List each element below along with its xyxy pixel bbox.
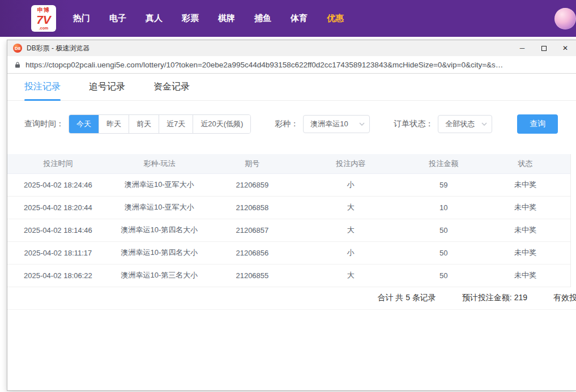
maximize-button[interactable] bbox=[533, 40, 554, 56]
table-row: 2025-04-02 18:20:44澳洲幸运10-亚军大小21206858大1… bbox=[7, 196, 570, 219]
nav-item-promo[interactable]: 优惠 bbox=[327, 13, 344, 24]
column-header-1: 彩种-玩法 bbox=[109, 154, 210, 173]
cell-4: 59 bbox=[407, 173, 480, 196]
lottery-select-value: 澳洲幸运10 bbox=[310, 119, 348, 129]
cell-1: 澳洲幸运10-亚军大小 bbox=[109, 196, 210, 219]
nav-item-sports[interactable]: 体育 bbox=[291, 13, 308, 24]
close-button[interactable]: ✕ bbox=[554, 40, 576, 56]
table-row: 2025-04-02 18:24:46澳洲幸运10-亚军大小21206859小5… bbox=[7, 173, 570, 196]
nav-item-live[interactable]: 真人 bbox=[146, 13, 163, 24]
maximize-icon bbox=[541, 46, 547, 51]
tabs: 投注记录追号记录资金记录 bbox=[7, 74, 576, 101]
time-filter-label: 查询时间： bbox=[24, 119, 64, 129]
cell-5: 未中奖 bbox=[480, 173, 570, 196]
cell-2: 21206857 bbox=[210, 219, 295, 241]
lottery-select[interactable]: 澳洲幸运10 bbox=[303, 115, 370, 133]
time-option-0[interactable]: 今天 bbox=[69, 115, 99, 133]
column-header-0: 投注时间 bbox=[7, 154, 109, 173]
cell-0: 2025-04-02 18:11:17 bbox=[7, 241, 109, 264]
filter-bar: 查询时间： 今天昨天前天近7天近20天(低频) 彩种： 澳洲幸运10 订单状态：… bbox=[7, 101, 576, 154]
cell-1: 澳洲幸运10-亚军大小 bbox=[109, 173, 210, 196]
table-body: 2025-04-02 18:24:46澳洲幸运10-亚军大小21206859小5… bbox=[7, 173, 570, 287]
cell-5: 未中奖 bbox=[480, 196, 570, 219]
cell-2: 21206856 bbox=[210, 241, 295, 264]
browser-window: D8 DB彩票 - 极速浏览器 ─ ✕ https://ctopcp02pcal… bbox=[7, 40, 576, 391]
cell-4: 50 bbox=[407, 219, 480, 241]
nav-item-chess[interactable]: 棋牌 bbox=[218, 13, 235, 24]
window-titlebar[interactable]: D8 DB彩票 - 极速浏览器 ─ ✕ bbox=[7, 40, 576, 56]
cell-3: 大 bbox=[295, 196, 407, 219]
lock-icon bbox=[14, 61, 21, 69]
cell-2: 21206859 bbox=[210, 173, 295, 196]
url-text: https://ctopcp02pcali.uengi5e.com/lotter… bbox=[25, 61, 503, 69]
search-button[interactable]: 查询 bbox=[517, 114, 558, 134]
window-title: DB彩票 - 极速浏览器 bbox=[27, 44, 89, 53]
top-navigation: 申博 7V .com 热门电子真人彩票棋牌捕鱼体育优惠 bbox=[0, 0, 576, 37]
site-logo-text-cn: 申博 bbox=[37, 7, 50, 13]
cell-3: 小 bbox=[295, 173, 407, 196]
bet-records-table: 投注时间彩种-玩法期号投注内容投注金额状态 2025-04-02 18:24:4… bbox=[7, 154, 571, 287]
cell-0: 2025-04-02 18:14:46 bbox=[7, 219, 109, 241]
site-logo[interactable]: 申博 7V .com bbox=[31, 5, 56, 32]
nav-items: 热门电子真人彩票棋牌捕鱼体育优惠 bbox=[73, 13, 344, 24]
window-controls: ─ ✕ bbox=[511, 40, 576, 56]
summary-expected-amount: 预计投注金额: 219 bbox=[462, 293, 527, 303]
cell-3: 大 bbox=[295, 264, 407, 287]
order-status-select[interactable]: 全部状态 bbox=[438, 115, 492, 133]
cell-2: 21206855 bbox=[210, 264, 295, 287]
time-filter-group: 今天昨天前天近7天近20天(低频) bbox=[69, 114, 251, 134]
table-row: 2025-04-02 18:14:46澳洲幸运10-第四名大小21206857大… bbox=[7, 219, 570, 241]
cell-5: 未中奖 bbox=[480, 264, 570, 287]
cell-1: 澳洲幸运10-第四名大小 bbox=[109, 219, 210, 241]
address-bar[interactable]: https://ctopcp02pcali.uengi5e.com/lotter… bbox=[7, 56, 576, 74]
nav-item-fishing[interactable]: 捕鱼 bbox=[254, 13, 271, 24]
cell-0: 2025-04-02 18:20:44 bbox=[7, 196, 109, 219]
tab-chase-records[interactable]: 追号记录 bbox=[89, 74, 125, 100]
site-logo-text-com: .com bbox=[39, 26, 48, 30]
table-row: 2025-04-02 18:11:17澳洲幸运10-第四名大小21206856小… bbox=[7, 241, 570, 264]
nav-item-hot[interactable]: 热门 bbox=[73, 13, 90, 24]
cell-0: 2025-04-02 18:24:46 bbox=[7, 173, 109, 196]
time-option-4[interactable]: 近20天(低频) bbox=[193, 115, 250, 133]
chevron-down-icon bbox=[359, 122, 365, 126]
column-header-5: 状态 bbox=[480, 154, 570, 173]
lottery-filter-label: 彩种： bbox=[275, 119, 298, 129]
minimize-button[interactable]: ─ bbox=[511, 40, 533, 56]
time-option-3[interactable]: 近7天 bbox=[159, 115, 193, 133]
time-option-2[interactable]: 前天 bbox=[129, 115, 159, 133]
column-header-4: 投注金额 bbox=[407, 154, 480, 173]
page-content: 投注记录追号记录资金记录 查询时间： 今天昨天前天近7天近20天(低频) 彩种：… bbox=[7, 74, 576, 390]
order-status-select-value: 全部状态 bbox=[445, 119, 475, 129]
cell-2: 21206858 bbox=[210, 196, 295, 219]
cell-3: 大 bbox=[295, 219, 407, 241]
table-header-row: 投注时间彩种-玩法期号投注内容投注金额状态 bbox=[7, 154, 570, 173]
table-summary: 合计 共 5 条记录 预计投注金额: 219 有效投注 bbox=[7, 287, 576, 310]
tab-fund-records[interactable]: 资金记录 bbox=[153, 74, 190, 100]
site-logo-text-7v: 7V bbox=[36, 14, 51, 25]
cell-1: 澳洲幸运10-第四名大小 bbox=[109, 241, 210, 264]
cell-0: 2025-04-02 18:06:22 bbox=[7, 264, 109, 287]
cell-4: 50 bbox=[407, 264, 480, 287]
status-filter-label: 订单状态： bbox=[394, 119, 433, 129]
table-row: 2025-04-02 18:06:22澳洲幸运10-第三名大小21206855大… bbox=[7, 264, 570, 287]
browser-favicon-icon: D8 bbox=[13, 44, 22, 53]
time-option-1[interactable]: 昨天 bbox=[99, 115, 129, 133]
column-header-2: 期号 bbox=[210, 154, 295, 173]
column-header-3: 投注内容 bbox=[295, 154, 407, 173]
cell-4: 50 bbox=[407, 241, 480, 264]
cell-4: 10 bbox=[407, 196, 480, 219]
chevron-down-icon bbox=[481, 122, 487, 126]
summary-total: 合计 共 5 条记录 bbox=[377, 293, 436, 303]
nav-item-lottery[interactable]: 彩票 bbox=[182, 13, 199, 24]
summary-valid-amount: 有效投注 bbox=[553, 293, 576, 303]
cell-5: 未中奖 bbox=[480, 241, 570, 264]
nav-item-slots[interactable]: 电子 bbox=[109, 13, 126, 24]
user-avatar[interactable] bbox=[554, 8, 576, 29]
cell-3: 小 bbox=[295, 241, 407, 264]
cell-5: 未中奖 bbox=[480, 219, 570, 241]
tab-bet-records[interactable]: 投注记录 bbox=[24, 74, 61, 100]
cell-1: 澳洲幸运10-第三名大小 bbox=[109, 264, 210, 287]
